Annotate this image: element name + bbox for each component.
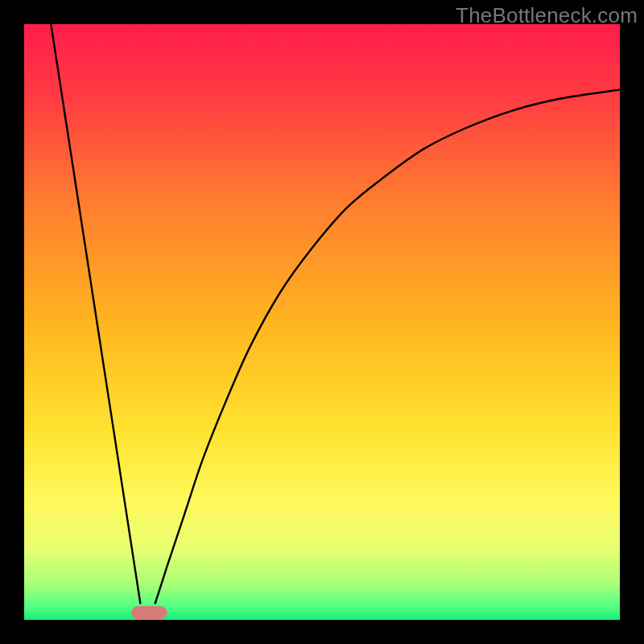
valley-marker	[131, 606, 167, 619]
chart-frame: TheBottleneck.com	[0, 0, 644, 644]
plot-area	[24, 24, 620, 620]
marker-layer	[131, 606, 167, 619]
gradient-background	[24, 24, 620, 620]
chart-svg	[24, 24, 620, 620]
